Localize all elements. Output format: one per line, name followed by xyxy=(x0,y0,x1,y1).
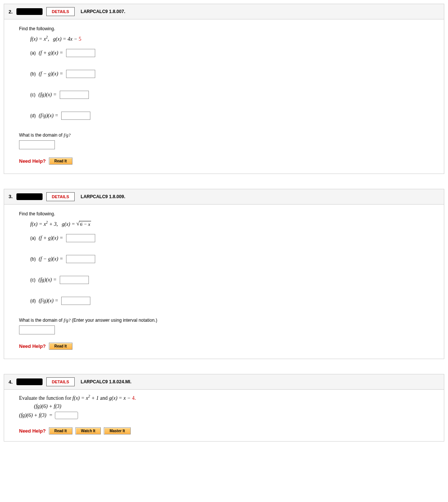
domain-question: What is the domain of f/g? (Enter your a… xyxy=(19,318,433,334)
domain-question: What is the domain of f/g? xyxy=(19,132,433,149)
read-it-button[interactable]: Read It xyxy=(49,343,72,350)
part-d: (d) (f/g)(x) = xyxy=(30,297,433,305)
answer-row: (fg)(6) + f(3) = xyxy=(19,412,433,419)
need-help-label: Need Help? xyxy=(19,428,46,434)
part-label: (d) xyxy=(30,298,36,303)
question-body: Find the following. f(x) = x2 + 3, g(x) … xyxy=(4,205,444,359)
domain-text-pre: What is the domain of xyxy=(19,318,63,323)
question-number: 3. xyxy=(9,194,13,199)
domain-text: What is the domain of xyxy=(19,132,63,138)
question-body: Find the following. f(x) = x2, g(x) = 4x… xyxy=(4,19,444,174)
watch-it-button[interactable]: Watch It xyxy=(75,427,101,434)
part-b: (b) (f − g)(x) = xyxy=(30,255,433,263)
details-button[interactable]: DETAILS xyxy=(46,7,75,16)
question-2: 2. DETAILS LARPCALC9 1.8.007. Find the f… xyxy=(4,4,444,174)
part-label: (a) xyxy=(30,236,36,241)
domain-input[interactable] xyxy=(19,140,55,149)
part-b: (b) (f − g)(x) = xyxy=(30,70,433,78)
need-help-label: Need Help? xyxy=(19,158,46,164)
details-button[interactable]: DETAILS xyxy=(46,377,75,386)
need-help-row: Need Help? Read It xyxy=(19,158,433,165)
answer-input-b[interactable] xyxy=(66,255,95,263)
function-definitions: f(x) = x2 + 3, g(x) = √6 − x xyxy=(30,220,433,228)
part-a: (a) (f + g)(x) = xyxy=(30,49,433,57)
prompt-text: Find the following. xyxy=(19,211,433,216)
prompt-text: Find the following. xyxy=(19,26,433,31)
question-4: 4. DETAILS LARPCALC9 1.8.024.MI. Evaluat… xyxy=(4,374,444,442)
function-definitions: f(x) = x2, g(x) = 4x − 5 xyxy=(30,35,433,42)
part-label: (a) xyxy=(30,50,36,56)
and-text: and xyxy=(99,395,109,401)
part-c: (c) (fg)(x) = xyxy=(30,276,433,284)
part-label: (d) xyxy=(30,113,36,118)
domain-text-post: (Enter your answer using interval notati… xyxy=(71,318,157,323)
answer-input-a[interactable] xyxy=(66,234,95,242)
question-reference: LARPCALC9 1.8.007. xyxy=(81,9,125,14)
answer-input-c[interactable] xyxy=(60,276,89,284)
sqrt-expression: √6 − x xyxy=(76,221,91,227)
answer-input-b[interactable] xyxy=(66,70,95,78)
redacted-points xyxy=(16,193,43,200)
redacted-points xyxy=(16,8,43,15)
read-it-button[interactable]: Read It xyxy=(49,158,72,165)
answer-input-d[interactable] xyxy=(61,297,90,305)
part-label: (b) xyxy=(30,256,36,262)
constant-red: 5 xyxy=(79,36,81,42)
answer-input-a[interactable] xyxy=(66,49,95,57)
part-d: (d) (f/g)(x) = xyxy=(30,112,433,120)
question-number: 2. xyxy=(9,9,13,15)
part-label: (c) xyxy=(30,277,35,283)
answer-lhs: (fg)(6) + f(3) = xyxy=(19,412,53,418)
question-number: 4. xyxy=(9,379,13,385)
need-help-row: Need Help? Read It Watch It Master It xyxy=(19,427,433,434)
evaluate-prompt: Evaluate the function for f(x) = x2 + 1 … xyxy=(19,394,433,401)
master-it-button[interactable]: Master It xyxy=(104,427,130,434)
redacted-points xyxy=(16,378,43,385)
answer-input-c[interactable] xyxy=(60,91,89,99)
prompt-pre: Evaluate the function for xyxy=(19,395,72,401)
question-reference: LARPCALC9 1.8.024.MI. xyxy=(81,379,131,384)
question-header: 2. DETAILS LARPCALC9 1.8.007. xyxy=(4,4,444,19)
part-label: (c) xyxy=(30,92,35,97)
part-a: (a) (f + g)(x) = xyxy=(30,234,433,242)
target-expression: (fg)(6) + f(3) xyxy=(34,403,433,409)
answer-input[interactable] xyxy=(55,412,78,419)
question-3: 3. DETAILS LARPCALC9 1.8.009. Find the f… xyxy=(4,189,444,359)
question-header: 4. DETAILS LARPCALC9 1.8.024.MI. xyxy=(4,374,444,390)
part-label: (b) xyxy=(30,71,36,77)
read-it-button[interactable]: Read It xyxy=(49,427,72,434)
details-button[interactable]: DETAILS xyxy=(46,192,75,201)
domain-input[interactable] xyxy=(19,325,55,334)
question-body: Evaluate the function for f(x) = x2 + 1 … xyxy=(4,390,444,441)
question-header: 3. DETAILS LARPCALC9 1.8.009. xyxy=(4,189,444,205)
answer-input-d[interactable] xyxy=(61,112,90,120)
constant-red: 4. xyxy=(132,395,136,401)
question-reference: LARPCALC9 1.8.009. xyxy=(81,194,125,199)
need-help-label: Need Help? xyxy=(19,343,46,349)
need-help-row: Need Help? Read It xyxy=(19,343,433,350)
part-c: (c) (fg)(x) = xyxy=(30,91,433,99)
